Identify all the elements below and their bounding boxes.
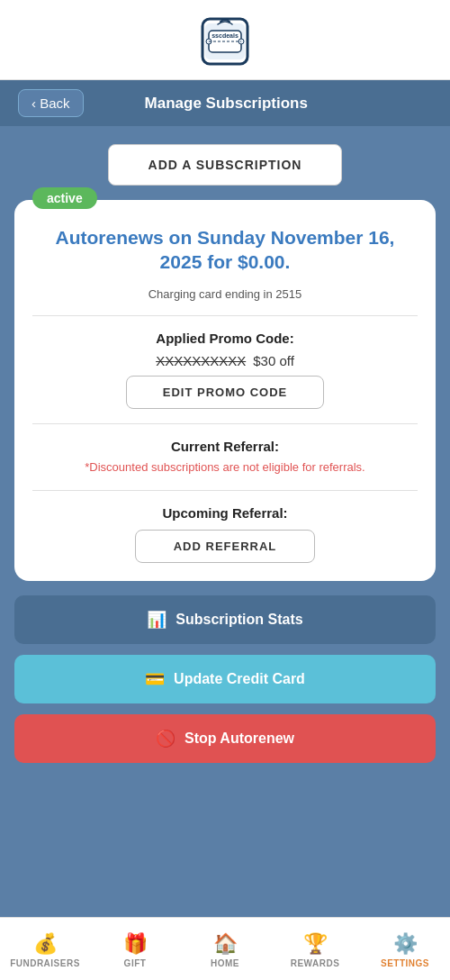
nav-bar: ‹ Back Manage Subscriptions (0, 80, 450, 126)
tab-bar: 💰 FUNDRAISERS 🎁 GIFT 🏠 HOME 🏆 REWARDS ⚙️… (0, 917, 450, 980)
current-referral-label: Current Referral: (171, 439, 279, 454)
divider-1 (32, 315, 418, 316)
sscdeals-logo: sscdeals (189, 14, 261, 68)
gift-label: GIFT (124, 958, 147, 968)
promo-label: Applied Promo Code: (156, 331, 293, 346)
edit-promo-button[interactable]: EDIT PROMO CODE (126, 376, 324, 409)
divider-2 (32, 423, 418, 424)
promo-value: XXXXXXXXXX $30 off (156, 353, 294, 368)
subscription-card: active Autorenews on Sunday November 16,… (14, 200, 436, 581)
page-title: Manage Subscriptions (145, 95, 308, 113)
rewards-icon: 🏆 (303, 932, 328, 956)
subscription-stats-button[interactable]: 📊 Subscription Stats (14, 595, 436, 644)
add-subscription-button[interactable]: ADD A SUBSCRIPTION (108, 144, 342, 186)
home-label: HOME (211, 958, 239, 968)
active-badge: active (32, 187, 97, 209)
update-credit-card-label: Update Credit Card (174, 671, 305, 687)
action-buttons: 📊 Subscription Stats 💳 Update Credit Car… (14, 595, 436, 772)
edit-promo-label: EDIT PROMO CODE (163, 386, 288, 399)
update-credit-card-button[interactable]: 💳 Update Credit Card (14, 655, 436, 703)
credit-card-icon: 💳 (145, 669, 165, 689)
autorenew-text: Autorenews on Sunday November 16, 2025 f… (32, 225, 418, 275)
settings-icon: ⚙️ (393, 932, 418, 956)
upcoming-referral-section: Upcoming Referral: ADD REFERRAL (32, 505, 418, 563)
back-button[interactable]: ‹ Back (18, 89, 84, 117)
fundraisers-label: FUNDRAISERS (10, 958, 80, 968)
tab-gift[interactable]: 🎁 GIFT (90, 932, 180, 968)
charging-card-text: Charging card ending in 2515 (32, 287, 418, 301)
back-label: ‹ Back (32, 95, 70, 111)
chart-icon: 📊 (147, 610, 166, 630)
app-header: sscdeals (0, 0, 450, 80)
divider-3 (32, 490, 418, 491)
subscription-stats-label: Subscription Stats (176, 612, 302, 628)
tab-rewards[interactable]: 🏆 REWARDS (270, 932, 360, 968)
settings-label: SETTINGS (381, 958, 429, 968)
stop-autorenew-label: Stop Autorenew (184, 730, 294, 747)
upcoming-referral-label: Upcoming Referral: (162, 505, 287, 521)
add-referral-button[interactable]: ADD REFERRAL (135, 530, 315, 563)
add-referral-label: ADD REFERRAL (174, 540, 277, 553)
rewards-label: REWARDS (291, 958, 340, 968)
add-subscription-label: ADD A SUBSCRIPTION (148, 158, 302, 172)
fundraisers-icon: 💰 (33, 932, 58, 956)
stop-autorenew-button[interactable]: 🚫 Stop Autorenew (14, 714, 436, 763)
svg-text:sscdeals: sscdeals (212, 32, 238, 39)
promo-discount: $30 off (253, 353, 294, 368)
tab-settings[interactable]: ⚙️ SETTINGS (360, 932, 450, 968)
main-content: ADD A SUBSCRIPTION active Autorenews on … (0, 126, 450, 917)
home-icon: 🏠 (213, 932, 238, 956)
tab-fundraisers[interactable]: 💰 FUNDRAISERS (0, 932, 90, 968)
gift-icon: 🎁 (123, 932, 148, 956)
tab-home[interactable]: 🏠 HOME (180, 932, 270, 968)
logo-area: sscdeals (189, 14, 261, 68)
promo-section: Applied Promo Code: XXXXXXXXXX $30 off E… (32, 331, 418, 409)
referral-note: *Discounted subscriptions are not eligib… (85, 459, 364, 476)
stop-icon: 🚫 (156, 729, 176, 749)
promo-code: XXXXXXXXXX (156, 353, 246, 368)
current-referral-section: Current Referral: *Discounted subscripti… (32, 439, 418, 476)
